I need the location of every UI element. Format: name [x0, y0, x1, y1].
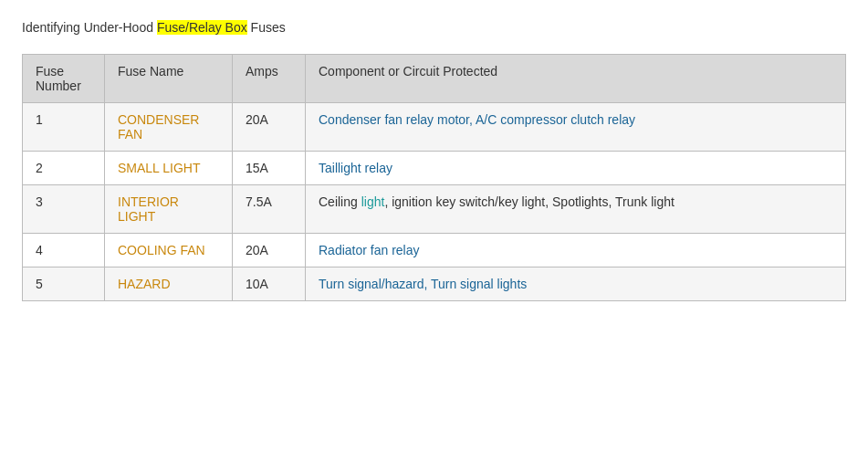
amps-cell: 7.5A: [233, 185, 306, 234]
fuse-name-cell: HAZARD: [105, 267, 233, 301]
title-highlight: Fuse/Relay Box: [157, 20, 247, 35]
fuse-name-cell: INTERIOR LIGHT: [105, 185, 233, 234]
component-cell: Ceiling light, ignition key switch/key l…: [306, 185, 846, 234]
title-prefix: Identifying Under-Hood: [22, 20, 157, 35]
fuse-number-cell: 5: [23, 267, 105, 301]
amps-cell: 20A: [233, 103, 306, 152]
fuse-number-cell: 1: [23, 103, 105, 152]
amps-cell: 10A: [233, 267, 306, 301]
col-header-fuse-number: Fuse Number: [23, 55, 105, 103]
col-header-fuse-name: Fuse Name: [105, 55, 233, 103]
component-cell: Condenser fan relay motor, A/C compresso…: [306, 103, 846, 152]
col-header-amps: Amps: [233, 55, 306, 103]
fuse-name-cell: COOLING FAN: [105, 234, 233, 267]
fuse-number-cell: 4: [23, 234, 105, 267]
table-row: 4COOLING FAN20ARadiator fan relay: [23, 234, 846, 267]
fuse-number-cell: 3: [23, 185, 105, 234]
col-header-component: Component or Circuit Protected: [306, 55, 846, 103]
table-row: 3INTERIOR LIGHT7.5ACeiling light, igniti…: [23, 185, 846, 234]
table-header-row: Fuse Number Fuse Name Amps Component or …: [23, 55, 846, 103]
table-row: 1CONDENSER FAN20ACondenser fan relay mot…: [23, 103, 846, 152]
component-cell: Turn signal/hazard, Turn signal lights: [306, 267, 846, 301]
title-suffix: Fuses: [247, 20, 286, 35]
component-cell: Radiator fan relay: [306, 234, 846, 267]
component-text: , ignition key switch/key light, Spotlig…: [384, 194, 674, 209]
fuse-number-cell: 2: [23, 152, 105, 185]
fuse-table: Fuse Number Fuse Name Amps Component or …: [22, 54, 846, 301]
table-row: 5HAZARD10ATurn signal/hazard, Turn signa…: [23, 267, 846, 301]
amps-cell: 15A: [233, 152, 306, 185]
page-title: Identifying Under-Hood Fuse/Relay Box Fu…: [22, 18, 846, 37]
amps-cell: 20A: [233, 234, 306, 267]
fuse-name-cell: SMALL LIGHT: [105, 152, 233, 185]
component-text: Ceiling: [319, 194, 361, 209]
component-cell: Taillight relay: [306, 152, 846, 185]
table-row: 2SMALL LIGHT15ATaillight relay: [23, 152, 846, 185]
component-link-text: light: [361, 194, 385, 209]
fuse-name-cell: CONDENSER FAN: [105, 103, 233, 152]
